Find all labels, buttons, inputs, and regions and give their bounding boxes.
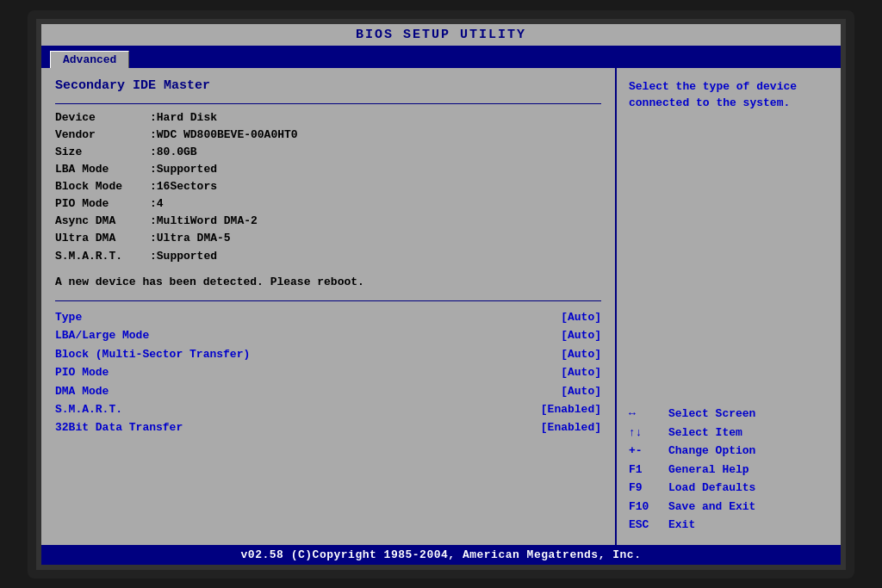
keybind-desc: Select Screen: [668, 405, 755, 423]
keybind-key: +-: [629, 442, 662, 460]
config-row[interactable]: S.M.A.R.T.[Enabled]: [55, 400, 601, 418]
info-value: :Supported: [150, 161, 217, 178]
info-row: PIO Mode:4: [55, 195, 601, 213]
config-label: Type: [55, 308, 82, 326]
config-label: 32Bit Data Transfer: [55, 418, 183, 436]
config-label: DMA Mode: [55, 382, 109, 400]
config-row[interactable]: Block (Multi-Sector Transfer)[Auto]: [55, 345, 601, 363]
config-row[interactable]: Type[Auto]: [55, 308, 601, 326]
keybind-row: ↑↓Select Item: [629, 424, 829, 442]
bios-screen: BIOS SETUP UTILITY Advanced Secondary ID…: [36, 19, 846, 570]
keybind-desc: Select Item: [668, 424, 742, 442]
keybind-key: F1: [629, 461, 662, 479]
tab-bar: Advanced: [41, 47, 841, 68]
info-row: LBA Mode:Supported: [55, 161, 601, 178]
info-label: Async DMA: [55, 213, 150, 230]
config-divider: [55, 300, 601, 301]
keybind-row: F10Save and Exit: [629, 498, 829, 516]
device-info-block: Device:Hard DiskVendor:WDC WD800BEVE-00A…: [55, 109, 601, 265]
config-value: [Enabled]: [541, 418, 601, 436]
config-row[interactable]: PIO Mode[Auto]: [55, 363, 601, 381]
keybind-key: F9: [629, 479, 662, 497]
info-row: Async DMA:MultiWord DMA-2: [55, 213, 601, 230]
info-value: :MultiWord DMA-2: [150, 213, 258, 230]
config-value: [Auto]: [561, 326, 601, 344]
config-value: [Auto]: [561, 363, 601, 381]
keybinds: ↔Select Screen↑↓Select Item+-Change Opti…: [629, 405, 829, 534]
info-row: Size:80.0GB: [55, 144, 601, 161]
keybind-row: ESCExit: [629, 516, 829, 534]
footer-text: v02.58 (C)Copyright 1985-2004, American …: [241, 548, 642, 561]
info-row: Block Mode:16Sectors: [55, 178, 601, 195]
keybind-row: +-Change Option: [629, 442, 829, 460]
tab-advanced[interactable]: Advanced: [50, 51, 129, 68]
bios-title: BIOS SETUP UTILITY: [356, 28, 526, 42]
info-label: Size: [55, 144, 150, 161]
help-text: Select the type of device connected to t…: [629, 78, 829, 112]
info-value: :Supported: [150, 248, 217, 265]
keybind-row: ↔Select Screen: [629, 405, 829, 423]
config-row[interactable]: LBA/Large Mode[Auto]: [55, 326, 601, 344]
divider-top: [55, 103, 601, 104]
info-row: S.M.A.R.T.:Supported: [55, 248, 601, 265]
info-label: PIO Mode: [55, 195, 150, 213]
info-label: S.M.A.R.T.: [55, 248, 150, 265]
info-value: :80.0GB: [150, 144, 197, 161]
keybind-desc: Save and Exit: [668, 498, 755, 516]
info-value: :4: [150, 195, 164, 213]
info-label: Ultra DMA: [55, 230, 150, 247]
config-label: S.M.A.R.T.: [55, 400, 122, 418]
config-label: PIO Mode: [55, 363, 109, 381]
keybind-row: F1General Help: [629, 461, 829, 479]
keybind-desc: Change Option: [668, 442, 755, 460]
config-label: Block (Multi-Sector Transfer): [55, 345, 250, 363]
config-value: [Auto]: [561, 308, 601, 326]
info-row: Device:Hard Disk: [55, 109, 601, 127]
config-label: LBA/Large Mode: [55, 326, 149, 344]
config-row[interactable]: 32Bit Data Transfer[Enabled]: [55, 418, 601, 436]
config-table: Type[Auto]LBA/Large Mode[Auto]Block (Mul…: [55, 295, 601, 437]
title-bar: BIOS SETUP UTILITY: [41, 24, 841, 47]
reboot-note: A new device has been detected. Please r…: [55, 275, 601, 288]
keybind-desc: General Help: [668, 461, 749, 479]
main-content: Secondary IDE Master Device:Hard DiskVen…: [41, 68, 841, 545]
right-panel: Select the type of device connected to t…: [617, 68, 841, 545]
left-panel: Secondary IDE Master Device:Hard DiskVen…: [41, 68, 617, 545]
keybind-key: ↔: [629, 405, 662, 423]
keybind-key: F10: [629, 498, 662, 516]
info-label: LBA Mode: [55, 161, 150, 178]
keybind-key: ESC: [629, 516, 662, 534]
info-label: Device: [55, 109, 150, 127]
section-title: Secondary IDE Master: [55, 78, 601, 93]
config-value: [Auto]: [561, 382, 601, 400]
keybind-row: F9Load Defaults: [629, 479, 829, 497]
info-row: Ultra DMA:Ultra DMA-5: [55, 230, 601, 247]
info-value: :WDC WD800BEVE-00A0HT0: [150, 127, 298, 144]
config-row[interactable]: DMA Mode[Auto]: [55, 382, 601, 400]
info-label: Block Mode: [55, 178, 150, 195]
info-value: :16Sectors: [150, 178, 217, 195]
info-value: :Ultra DMA-5: [150, 230, 231, 247]
outer-frame: BIOS SETUP UTILITY Advanced Secondary ID…: [28, 10, 854, 579]
config-value: [Enabled]: [541, 400, 601, 418]
info-label: Vendor: [55, 127, 150, 144]
keybind-key: ↑↓: [629, 424, 662, 442]
info-value: :Hard Disk: [150, 109, 217, 127]
keybind-desc: Load Defaults: [668, 479, 755, 497]
keybind-desc: Exit: [668, 516, 695, 534]
footer: v02.58 (C)Copyright 1985-2004, American …: [41, 545, 841, 565]
config-value: [Auto]: [561, 345, 601, 363]
info-row: Vendor:WDC WD800BEVE-00A0HT0: [55, 127, 601, 144]
